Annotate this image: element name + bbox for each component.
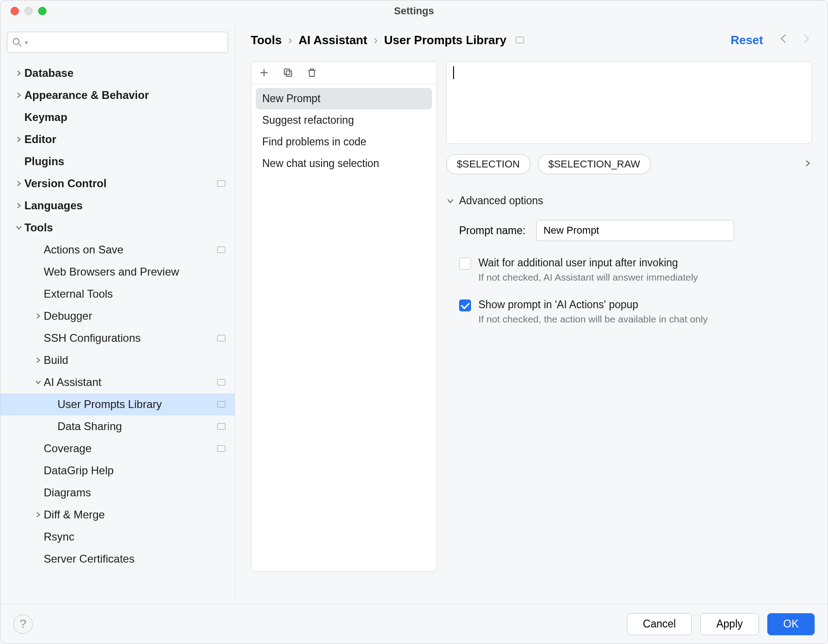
tree-item-build[interactable]: Build xyxy=(0,349,235,371)
prompt-item[interactable]: New chat using selection xyxy=(256,153,432,174)
dropdown-caret-icon: ▾ xyxy=(25,39,28,46)
tree-item-datagrip-help[interactable]: DataGrip Help xyxy=(0,460,235,482)
tree-item-ssh-configurations[interactable]: SSH Configurations xyxy=(0,327,235,349)
tree-item-server-certificates[interactable]: Server Certificates xyxy=(0,548,235,570)
chevron-right-icon xyxy=(13,180,24,187)
tree-item-appearance[interactable]: Appearance & Behavior xyxy=(0,84,235,106)
chevron-down-icon xyxy=(33,379,44,386)
prompt-item[interactable]: Find problems in code xyxy=(256,131,432,153)
tree-item-diagrams[interactable]: Diagrams xyxy=(0,482,235,504)
tree-item-actions-on-save[interactable]: Actions on Save xyxy=(0,239,235,261)
tree-item-diff-merge[interactable]: Diff & Merge xyxy=(0,504,235,526)
chevron-down-icon xyxy=(446,197,454,205)
insert-selection-raw-var-button[interactable]: $SELECTION_RAW xyxy=(538,154,651,174)
window-controls xyxy=(11,7,46,15)
apply-button[interactable]: Apply xyxy=(700,613,759,635)
breadcrumb: Tools › AI Assistant › User Prompts Libr… xyxy=(251,33,722,47)
tree-item-ai-assistant[interactable]: AI Assistant xyxy=(0,371,235,393)
help-button[interactable]: ? xyxy=(13,615,33,634)
chevron-down-icon xyxy=(13,224,24,231)
tree-item-data-sharing[interactable]: Data Sharing xyxy=(0,415,235,437)
show-in-ai-actions-label: Show prompt in 'AI Actions' popup xyxy=(478,299,707,311)
tree-item-rsync[interactable]: Rsync xyxy=(0,526,235,548)
wait-for-input-hint: If not checked, AI Assistant will answer… xyxy=(478,272,698,283)
chevron-right-icon xyxy=(13,69,24,77)
more-vars-button[interactable] xyxy=(804,158,812,170)
nav-back-button[interactable] xyxy=(778,33,790,47)
show-in-ai-actions-checkbox[interactable] xyxy=(459,299,471,311)
show-in-ai-actions-hint: If not checked, the action will be avail… xyxy=(478,314,707,325)
dialog-footer: ? Cancel Apply OK xyxy=(0,604,828,644)
tree-item-external-tools[interactable]: External Tools xyxy=(0,283,235,305)
breadcrumb-ai-assistant[interactable]: AI Assistant xyxy=(299,33,367,47)
svg-rect-4 xyxy=(286,71,292,76)
project-scoped-icon xyxy=(217,247,225,253)
settings-sidebar: ▾ Database Appearance & Behavior Keymap … xyxy=(0,22,235,604)
chevron-right-icon xyxy=(13,136,24,143)
tree-item-tools[interactable]: Tools xyxy=(0,217,235,239)
tree-item-plugins[interactable]: Plugins xyxy=(0,150,235,172)
wait-for-input-checkbox[interactable] xyxy=(459,258,471,270)
prompt-editor[interactable] xyxy=(446,61,812,144)
tree-item-editor[interactable]: Editor xyxy=(0,128,235,150)
nav-forward-button[interactable] xyxy=(800,33,812,47)
window-zoom-button[interactable] xyxy=(38,7,46,15)
text-cursor xyxy=(453,66,454,79)
settings-search[interactable]: ▾ xyxy=(7,32,228,53)
svg-line-1 xyxy=(19,44,21,47)
chevron-right-icon xyxy=(33,312,44,320)
chevron-right-icon: › xyxy=(374,33,378,47)
tree-item-debugger[interactable]: Debugger xyxy=(0,305,235,327)
breadcrumb-user-prompts-library: User Prompts Library xyxy=(384,33,506,47)
ok-button[interactable]: OK xyxy=(767,613,815,635)
insert-selection-var-button[interactable]: $SELECTION xyxy=(446,154,530,174)
chevron-right-icon: › xyxy=(288,33,292,47)
window-close-button[interactable] xyxy=(11,7,19,15)
chevron-right-icon xyxy=(13,92,24,99)
tree-item-user-prompts-library[interactable]: User Prompts Library xyxy=(0,393,235,415)
project-scoped-icon xyxy=(217,335,225,341)
tree-item-languages[interactable]: Languages xyxy=(0,195,235,217)
add-prompt-button[interactable] xyxy=(258,66,270,79)
project-scoped-icon xyxy=(217,423,225,430)
titlebar: Settings xyxy=(0,0,828,22)
chevron-right-icon xyxy=(13,202,24,209)
chevron-right-icon xyxy=(33,356,44,364)
advanced-options-toggle[interactable]: Advanced options xyxy=(446,195,812,207)
settings-tree: Database Appearance & Behavior Keymap Ed… xyxy=(0,60,235,570)
copy-prompt-button[interactable] xyxy=(282,66,294,79)
tree-item-version-control[interactable]: Version Control xyxy=(0,172,235,195)
breadcrumb-tools[interactable]: Tools xyxy=(251,33,282,47)
cancel-button[interactable]: Cancel xyxy=(627,613,692,635)
project-scoped-icon xyxy=(516,37,524,43)
prompt-list: New Prompt Suggest refactoring Find prob… xyxy=(251,84,437,178)
project-scoped-icon xyxy=(217,180,225,187)
project-scoped-icon xyxy=(217,445,225,452)
prompt-name-input[interactable] xyxy=(536,220,734,241)
tree-item-coverage[interactable]: Coverage xyxy=(0,437,235,460)
prompt-list-panel: New Prompt Suggest refactoring Find prob… xyxy=(251,61,437,572)
delete-prompt-button[interactable] xyxy=(305,66,318,79)
reset-link[interactable]: Reset xyxy=(730,33,763,47)
settings-detail-panel: Tools › AI Assistant › User Prompts Libr… xyxy=(235,22,828,604)
settings-search-input[interactable] xyxy=(31,37,223,48)
tree-item-web-browsers[interactable]: Web Browsers and Preview xyxy=(0,261,235,283)
wait-for-input-label: Wait for additional user input after inv… xyxy=(478,257,698,269)
prompt-item[interactable]: Suggest refactoring xyxy=(256,109,432,131)
window-minimize-button[interactable] xyxy=(24,7,33,15)
svg-rect-5 xyxy=(284,69,290,75)
chevron-right-icon xyxy=(33,511,44,518)
project-scoped-icon xyxy=(217,379,225,385)
prompt-item[interactable]: New Prompt xyxy=(256,88,432,109)
tree-item-keymap[interactable]: Keymap xyxy=(0,106,235,128)
prompt-name-label: Prompt name: xyxy=(459,224,525,237)
project-scoped-icon xyxy=(217,401,225,408)
window-title: Settings xyxy=(0,5,828,17)
tree-item-database[interactable]: Database xyxy=(0,62,235,84)
svg-point-0 xyxy=(13,39,19,45)
search-icon xyxy=(12,37,22,47)
